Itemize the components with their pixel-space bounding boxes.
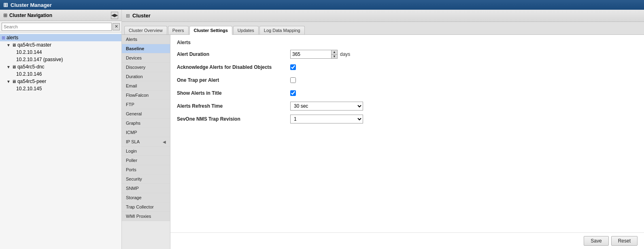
expand-icon-master: ▼ bbox=[6, 43, 11, 47]
nav-item-storage[interactable]: Storage bbox=[122, 193, 170, 202]
section-title: Alerts bbox=[177, 40, 638, 45]
label-one-trap: One Trap per Alert bbox=[177, 77, 290, 83]
tree-item-cluster[interactable]: ⊞ alerts bbox=[0, 34, 121, 41]
nav-item-wmiproxies[interactable]: WMI Proxies bbox=[122, 212, 170, 221]
save-button[interactable]: Save bbox=[584, 236, 608, 246]
title-bar-title: Cluster Manager bbox=[11, 2, 52, 8]
label-show-alerts-title: Show Alerts in Title bbox=[177, 90, 290, 96]
alerts-refresh-select[interactable]: 10 sec 30 sec 60 sec 5 min bbox=[290, 102, 363, 111]
tab-cluster-settings[interactable]: Cluster Settings bbox=[189, 26, 232, 35]
tab-cluster-overview[interactable]: Cluster Overview bbox=[124, 26, 167, 34]
expand-icon-peer: ▼ bbox=[6, 79, 11, 84]
nav-item-ipsla[interactable]: IP SLA ◀ bbox=[122, 137, 170, 147]
nav-item-duration[interactable]: Duration bbox=[122, 72, 170, 81]
nav-item-login[interactable]: Login bbox=[122, 147, 170, 156]
nav-label-email: Email bbox=[126, 83, 137, 88]
value-alert-duration: ▲ ▼ days bbox=[290, 50, 350, 59]
tree-item-ip-144[interactable]: 10.2.10.144 bbox=[0, 49, 121, 56]
sidebar-header: ⊞ Cluster Navigation ◀▶ bbox=[0, 10, 121, 21]
unit-label-days: days bbox=[340, 51, 350, 57]
tree-label-peer: qa54rc5-peer bbox=[17, 79, 46, 84]
nav-item-security[interactable]: Security bbox=[122, 175, 170, 184]
nav-item-general[interactable]: General bbox=[122, 109, 170, 119]
tree-item-ip-145[interactable]: 10.2.10.145 bbox=[0, 85, 121, 92]
ip-147-label: 10.2.10.147 (passive) bbox=[16, 57, 63, 62]
main-layout: ⊞ Cluster Navigation ◀▶ ✕ ⊞ alerts ▼ 🖥 q… bbox=[0, 10, 644, 249]
ip-146-label: 10.2.10.146 bbox=[16, 71, 42, 77]
spin-down-alert-duration[interactable]: ▼ bbox=[332, 54, 337, 58]
sidebar: ⊞ Cluster Navigation ◀▶ ✕ ⊞ alerts ▼ 🖥 q… bbox=[0, 10, 122, 249]
label-alerts-refresh: Alerts Refresh Time bbox=[177, 103, 290, 109]
collapse-button[interactable]: ◀▶ bbox=[111, 12, 118, 19]
trap-revision-select[interactable]: 1 2 3 bbox=[290, 115, 363, 123]
nav-item-flowfalcon[interactable]: FlowFalcon bbox=[122, 91, 170, 100]
nav-label-trapcollector: Trap Collector bbox=[126, 204, 154, 209]
ack-alerts-checkbox[interactable] bbox=[290, 64, 296, 70]
expand-icon-dnc: ▼ bbox=[6, 65, 11, 69]
nav-item-ports[interactable]: Ports bbox=[122, 165, 170, 175]
spin-buttons-alert-duration: ▲ ▼ bbox=[331, 50, 337, 58]
nav-item-trapcollector[interactable]: Trap Collector bbox=[122, 202, 170, 212]
nav-item-ftp[interactable]: FTP bbox=[122, 100, 170, 109]
sidebar-title: Cluster Navigation bbox=[9, 13, 52, 18]
tree-item-qa54rc5-peer[interactable]: ▼ 🖥 qa54rc5-peer bbox=[0, 78, 121, 85]
bottom-buttons: Save Reset bbox=[170, 232, 644, 249]
nav-label-ipsla: IP SLA bbox=[126, 139, 140, 144]
nav-label-wmiproxies: WMI Proxies bbox=[126, 214, 151, 219]
form-row-show-alerts-title: Show Alerts in Title bbox=[177, 88, 638, 98]
right-panel-header: ⊞ Cluster bbox=[122, 10, 644, 22]
search-clear-button[interactable]: ✕ bbox=[113, 23, 120, 30]
tab-updates[interactable]: Updates bbox=[233, 26, 259, 34]
show-alerts-title-checkbox[interactable] bbox=[290, 90, 296, 96]
server-icon-master: 🖥 bbox=[12, 43, 16, 47]
nav-label-general: General bbox=[126, 111, 142, 116]
label-ack-alerts: Acknowledge Alerts for Disabled Objects bbox=[177, 64, 290, 70]
form-row-alert-duration: Alert Duration ▲ ▼ days bbox=[177, 49, 638, 59]
settings-panel: Alerts Alert Duration ▲ ▼ bbox=[170, 35, 644, 232]
tab-peers[interactable]: Peers bbox=[168, 26, 189, 34]
tree-label-cluster: alerts bbox=[6, 35, 18, 40]
search-input[interactable] bbox=[2, 23, 112, 31]
nav-label-poller: Poller bbox=[126, 158, 137, 163]
title-bar-icon: ⊞ bbox=[3, 2, 8, 8]
spin-up-alert-duration[interactable]: ▲ bbox=[332, 50, 337, 54]
spin-container-alert-duration: ▲ ▼ bbox=[290, 50, 338, 59]
ip-145-label: 10.2.10.145 bbox=[16, 86, 42, 92]
tree-item-qa54rc5-master[interactable]: ▼ 🖥 qa54rc5-master bbox=[0, 41, 121, 49]
reset-button[interactable]: Reset bbox=[611, 236, 638, 246]
one-trap-checkbox[interactable] bbox=[290, 77, 296, 83]
tab-log-data-mapping[interactable]: Log Data Mapping bbox=[259, 26, 305, 34]
nav-item-email[interactable]: Email bbox=[122, 81, 170, 91]
nav-item-baseline[interactable]: Baseline bbox=[122, 44, 170, 53]
nav-item-alerts[interactable]: Alerts bbox=[122, 35, 170, 44]
tree-item-qa54rc5-dnc[interactable]: ▼ 🖥 qa54rc5-dnc bbox=[0, 63, 121, 70]
form-row-one-trap: One Trap per Alert bbox=[177, 75, 638, 85]
nav-item-icmp[interactable]: ICMP bbox=[122, 128, 170, 137]
nav-item-snmp[interactable]: SNMP bbox=[122, 184, 170, 193]
title-bar: ⊞ Cluster Manager bbox=[0, 0, 644, 10]
tree-item-ip-147[interactable]: 10.2.10.147 (passive) bbox=[0, 56, 121, 63]
ip-144-label: 10.2.10.144 bbox=[16, 49, 42, 55]
value-one-trap bbox=[290, 77, 296, 83]
nav-label-graphs: Graphs bbox=[126, 121, 140, 126]
tabs-bar: Cluster Overview Peers Cluster Settings … bbox=[122, 22, 644, 35]
form-row-alerts-refresh: Alerts Refresh Time 10 sec 30 sec 60 sec… bbox=[177, 101, 638, 111]
nav-label-ports: Ports bbox=[126, 167, 136, 172]
value-show-alerts-title bbox=[290, 90, 296, 96]
tree-item-ip-146[interactable]: 10.2.10.146 bbox=[0, 70, 121, 78]
nav-label-snmp: SNMP bbox=[126, 186, 139, 191]
content-area: Alerts Baseline Devices Discovery Durati… bbox=[122, 35, 644, 249]
tree-label-dnc: qa54rc5-dnc bbox=[17, 64, 45, 70]
cluster-icon: ⊞ bbox=[2, 35, 5, 40]
nav-label-login: Login bbox=[126, 149, 137, 153]
nav-label-duration: Duration bbox=[126, 74, 143, 79]
alert-duration-input[interactable] bbox=[291, 50, 331, 58]
label-trap-revision: SevOne NMS Trap Revision bbox=[177, 116, 290, 122]
nav-item-devices[interactable]: Devices bbox=[122, 53, 170, 63]
nav-label-discovery: Discovery bbox=[126, 65, 145, 70]
nav-item-poller[interactable]: Poller bbox=[122, 156, 170, 165]
nav-item-discovery[interactable]: Discovery bbox=[122, 63, 170, 72]
nav-item-graphs[interactable]: Graphs bbox=[122, 119, 170, 128]
label-alert-duration: Alert Duration bbox=[177, 51, 290, 57]
nav-label-flowfalcon: FlowFalcon bbox=[126, 93, 149, 98]
